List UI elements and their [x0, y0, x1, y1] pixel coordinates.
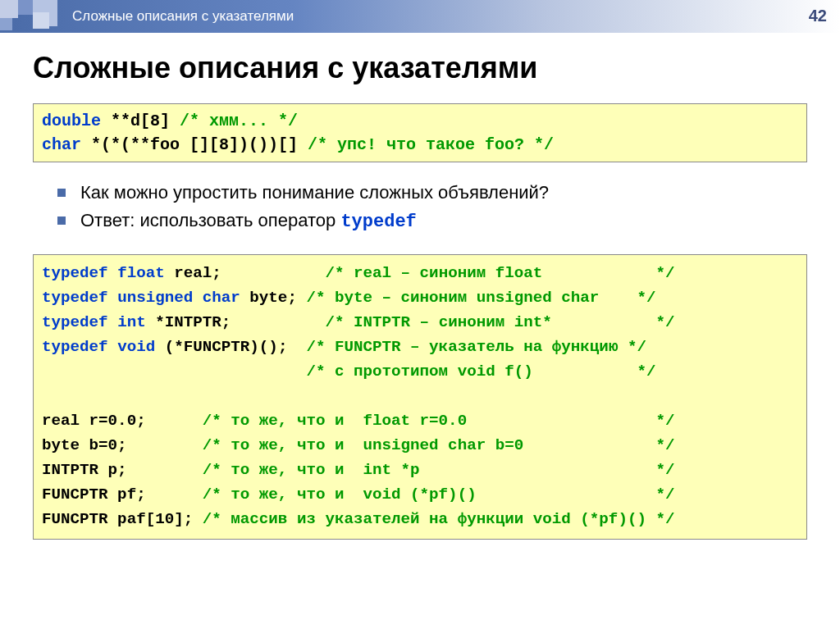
code-type: int: [117, 313, 155, 331]
code-type: unsigned char: [117, 289, 249, 307]
page-number: 42: [809, 7, 827, 25]
code-comment: /* то же, что и void (*pf)() */: [203, 485, 675, 504]
code-keyword: typedef: [42, 338, 117, 356]
bullet-text: Как можно упростить понимание сложных об…: [80, 182, 549, 203]
code-block-1: double **d[8] /* хмм... */ char *(*(**fo…: [33, 103, 807, 162]
code-comment: /* хмм... */: [180, 112, 298, 130]
bullet-text: Ответ: использовать оператор: [80, 210, 340, 230]
logo-icon: [0, 0, 57, 33]
code-comment: /* byte – синоним unsigned char */: [306, 289, 655, 307]
code-keyword: char: [42, 135, 81, 154]
code-keyword: typedef: [42, 313, 117, 331]
code-text: [42, 362, 306, 381]
code-text: FUNCPTR paf[10];: [42, 510, 203, 528]
code-blank: [42, 387, 52, 405]
slide-content: Сложные описания с указателями double **…: [0, 33, 840, 540]
code-text: byte b=0;: [42, 436, 203, 454]
code-type: float: [117, 264, 174, 282]
code-comment: /* то же, что и unsigned char b=0 */: [203, 436, 675, 454]
list-item: Как можно упростить понимание сложных об…: [57, 179, 807, 207]
code-text: real r=0.0;: [42, 412, 203, 430]
code-text: (*FUNCPTR)();: [165, 338, 307, 356]
breadcrumb: Сложные описания с указателями: [72, 8, 294, 25]
code-comment: /* массив из указателей на функции void …: [203, 510, 675, 528]
code-comment: /* real – синоним float */: [325, 264, 674, 282]
code-text: *(*(**foo [][8])())[]: [81, 135, 308, 154]
code-text: FUNCPTR pf;: [42, 485, 203, 504]
code-keyword: double: [42, 112, 101, 130]
code-comment: /* FUNCPTR – указатель на функцию */: [306, 338, 646, 356]
code-text: INTPTR p;: [42, 461, 203, 479]
code-keyword: typedef: [42, 264, 117, 282]
code-comment: /* то же, что и float r=0.0 */: [203, 412, 675, 430]
code-text: real;: [174, 264, 325, 282]
list-item: Ответ: использовать оператор typedef: [57, 207, 807, 236]
inline-code: typedef: [340, 212, 416, 232]
code-keyword: typedef: [42, 289, 117, 307]
code-text: **d[8]: [101, 112, 180, 130]
code-comment: /* упс! что такое foo? */: [308, 135, 554, 154]
code-comment: /* INTPTR – синоним int* */: [325, 313, 674, 331]
slide-header: Сложные описания с указателями 42: [0, 0, 840, 33]
bullet-list: Как можно упростить понимание сложных об…: [33, 179, 807, 236]
code-type: void: [117, 338, 165, 356]
code-comment: /* с прототипом void f() */: [306, 362, 655, 381]
code-text: byte;: [249, 289, 306, 307]
code-text: *INTPTR;: [155, 313, 325, 331]
code-block-2: typedef float real; /* real – синоним fl…: [33, 254, 807, 539]
page-title: Сложные описания с указателями: [33, 51, 807, 85]
code-comment: /* то же, что и int *p */: [203, 461, 675, 479]
